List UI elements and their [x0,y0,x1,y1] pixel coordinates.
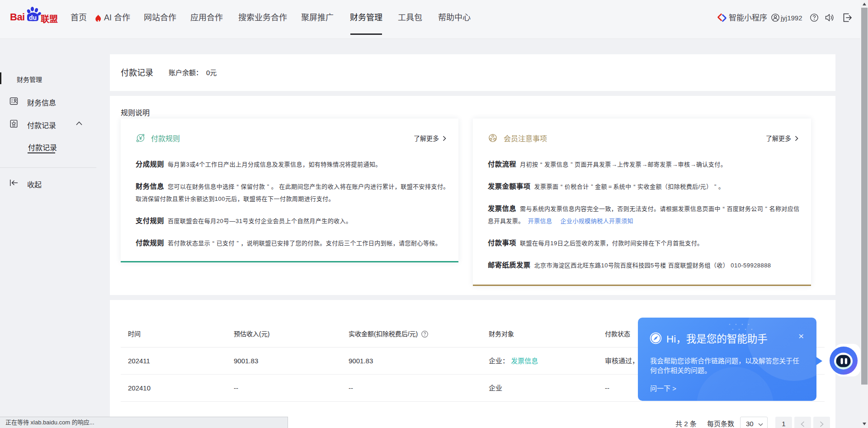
svg-text:du: du [29,14,37,21]
